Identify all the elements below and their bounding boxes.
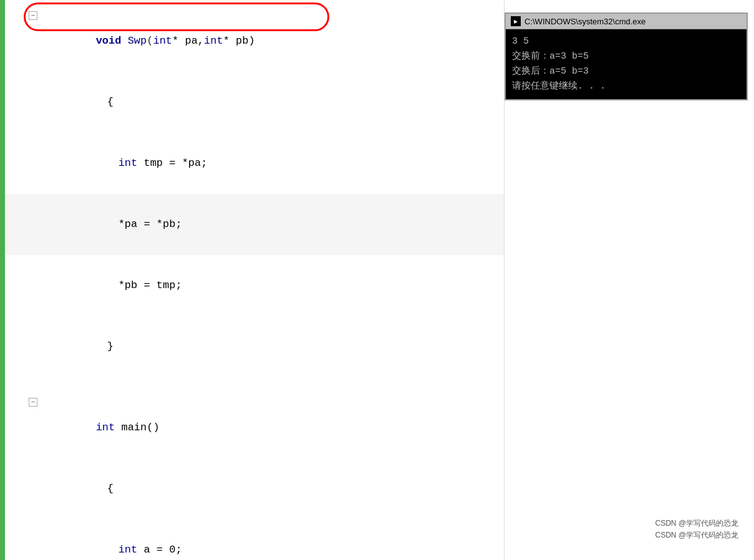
cmd-icon [511, 16, 521, 26]
cmd-title: C:\WINDOWS\system32\cmd.exe [524, 17, 645, 26]
code-text: *pa = *pb; [118, 218, 182, 230]
type-int-1: int [153, 35, 172, 47]
cmd-output-line: 交换后：a=5 b=3 [512, 64, 740, 79]
blank-line [5, 377, 504, 397]
code-text: *pb = tmp; [118, 279, 182, 291]
param-pa: * pa, [172, 35, 204, 47]
brace-open: { [107, 483, 114, 495]
code-content: } [54, 317, 504, 377]
cmd-output-line: 交换前：a=3 b=5 [512, 49, 740, 64]
code-content: *pb = tmp; [65, 256, 504, 316]
code-content: int a = 0; [65, 520, 504, 560]
type-int: int [118, 544, 138, 556]
code-line: − void Swp(int* pa,int* pb) [5, 6, 504, 72]
cmd-body: 3 5 交换前：a=3 b=5 交换后：a=5 b=3 请按任意键继续. . . [506, 29, 747, 99]
brace-open: { [107, 96, 114, 108]
cmd-wrapper: C:\WINDOWS\system32\cmd.exe 3 5 交换前：a=3 … [505, 6, 748, 554]
code-line: int a = 0; [5, 519, 504, 560]
type-int: int [118, 157, 138, 169]
code-content: *pa = *pb; [65, 195, 504, 254]
code-line: } [5, 316, 504, 377]
code-content: { [54, 72, 504, 132]
watermark-line2: CSDN @学写代码的恐龙 [655, 529, 738, 541]
code-line: *pb = tmp; [5, 255, 504, 316]
fn-name-swp: Swp [128, 35, 147, 47]
code-content: void Swp(int* pa,int* pb) [42, 11, 504, 71]
cmd-output-line: 3 5 [512, 34, 740, 49]
collapse-button[interactable]: − [29, 11, 37, 20]
type-int-main: int [96, 422, 115, 433]
cmd-output-line: 请按任意键继续. . . [512, 79, 740, 94]
main-signature: main() [115, 422, 159, 433]
cmd-watermark: CSDN @学写代码的恐龙 CSDN @学写代码的恐龙 [655, 518, 738, 541]
cmd-titlebar: C:\WINDOWS\system32\cmd.exe [506, 14, 747, 29]
code-line-highlighted: *pa = *pb; [5, 194, 504, 255]
code-line: − int main() [5, 397, 504, 458]
cmd-window: C:\WINDOWS\system32\cmd.exe 3 5 交换前：a=3 … [505, 12, 748, 100]
code-line: { [5, 72, 504, 133]
code-line: int tmp = *pa; [5, 133, 504, 194]
code-line: { [5, 458, 504, 519]
main-container: − void Swp(int* pa,int* pb) { int tmp = … [0, 0, 754, 560]
type-int-2: int [204, 35, 223, 47]
brace-close: } [107, 340, 114, 352]
code-text: tmp = *pa; [137, 157, 207, 169]
green-sidebar [0, 0, 5, 560]
code-text: a = 0; [137, 544, 181, 556]
code-content: { [54, 459, 504, 519]
code-editor[interactable]: − void Swp(int* pa,int* pb) { int tmp = … [5, 0, 505, 560]
watermark-line1: CSDN @学写代码的恐龙 [655, 518, 738, 529]
gutter: − [5, 11, 42, 20]
gutter: − [5, 398, 42, 407]
paren-open: ( [147, 35, 153, 47]
keyword-void: void [96, 35, 128, 47]
code-content: int main() [42, 398, 504, 458]
code-content: int tmp = *pa; [65, 133, 504, 193]
param-pb: * pb) [223, 35, 255, 47]
collapse-button[interactable]: − [29, 398, 37, 407]
